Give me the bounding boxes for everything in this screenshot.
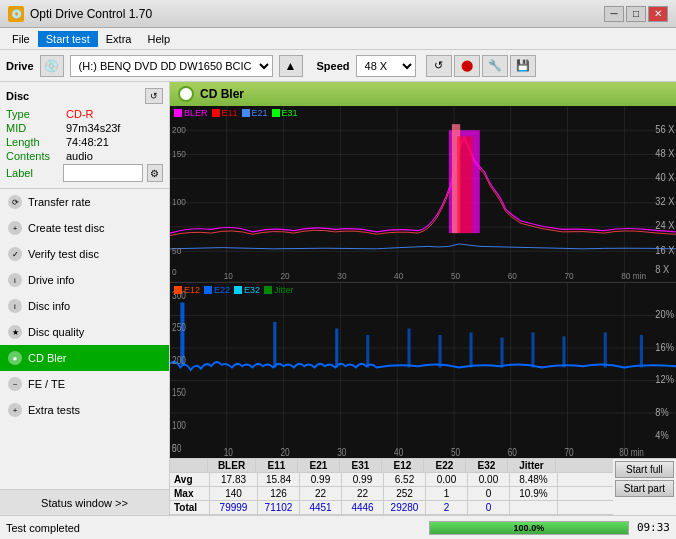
titlebar-left: 💿 Opti Drive Control 1.70 — [8, 6, 152, 22]
disc-label-edit-button[interactable]: ⚙ — [147, 164, 163, 182]
sidebar-item-create-test-disc[interactable]: + Create test disc — [0, 215, 169, 241]
nav-icon-extra: + — [8, 403, 22, 417]
right-panel: CD Bler BLER E11 E21 — [170, 82, 676, 515]
start-full-button[interactable]: Start full — [615, 461, 674, 478]
legend-label-e11: E11 — [222, 108, 238, 118]
progress-label: 100.0% — [514, 523, 545, 533]
legend-label-e22: E22 — [214, 285, 230, 295]
disc-length-label: Length — [6, 136, 66, 148]
legend-e22: E22 — [204, 285, 230, 295]
disc-type-label: Type — [6, 108, 66, 120]
svg-text:40: 40 — [394, 270, 403, 281]
stats-max-e21: 22 — [300, 487, 342, 500]
svg-text:40 X: 40 X — [655, 171, 674, 183]
svg-rect-55 — [408, 328, 411, 367]
disc-section-title: Disc — [6, 90, 29, 102]
close-button[interactable]: ✕ — [648, 6, 668, 22]
nav-icon-quality: ★ — [8, 325, 22, 339]
drive-select[interactable]: (H:) BENQ DVD DD DW1650 BCIC — [70, 55, 273, 77]
stats-max-bler: 140 — [210, 487, 258, 500]
menu-help[interactable]: Help — [139, 31, 178, 47]
left-panel: Disc ↺ Type CD-R MID 97m34s23f Length 74… — [0, 82, 170, 515]
svg-text:80 min: 80 min — [619, 445, 644, 457]
minimize-button[interactable]: ─ — [604, 6, 624, 22]
sidebar-item-verify-test-disc[interactable]: ✓ Verify test disc — [0, 241, 169, 267]
stats-total-label: Total — [170, 501, 210, 514]
menu-file[interactable]: File — [4, 31, 38, 47]
legend-dot-e11 — [212, 109, 220, 117]
status-text: Test completed — [6, 522, 421, 534]
svg-rect-59 — [531, 332, 534, 367]
menu-starttest[interactable]: Start test — [38, 31, 98, 47]
stats-header-e21: E21 — [298, 459, 340, 472]
maximize-button[interactable]: □ — [626, 6, 646, 22]
svg-rect-62 — [640, 335, 643, 368]
nav-label-transfer: Transfer rate — [28, 196, 91, 208]
stats-max-e22: 1 — [426, 487, 468, 500]
stats-header-bler: BLER — [208, 459, 256, 472]
disc-info: Disc ↺ Type CD-R MID 97m34s23f Length 74… — [0, 82, 169, 189]
stats-header-e31: E31 — [340, 459, 382, 472]
eject-button[interactable]: ▲ — [279, 55, 303, 77]
svg-text:60: 60 — [508, 445, 517, 457]
menu-extra[interactable]: Extra — [98, 31, 140, 47]
svg-text:200: 200 — [172, 353, 186, 365]
svg-text:32 X: 32 X — [655, 196, 674, 208]
chart-top-svg: 56 X 48 X 40 X 32 X 24 X 16 X 8 X 200 15… — [170, 106, 676, 282]
erase-button[interactable]: ⬤ — [454, 55, 480, 77]
disc-label-input[interactable] — [63, 164, 143, 182]
svg-rect-52 — [273, 322, 276, 368]
drivebar: Drive 💿 (H:) BENQ DVD DD DW1650 BCIC ▲ S… — [0, 50, 676, 82]
status-window-button[interactable]: Status window >> — [0, 489, 169, 515]
stats-total-e12: 29280 — [384, 501, 426, 514]
start-buttons: Start full Start part — [613, 459, 676, 515]
svg-rect-58 — [500, 337, 503, 367]
disc-refresh-button[interactable]: ↺ — [145, 88, 163, 104]
svg-rect-0 — [170, 106, 676, 282]
sidebar-item-drive-info[interactable]: i Drive info — [0, 267, 169, 293]
sidebar-item-transfer-rate[interactable]: ⟳ Transfer rate — [0, 189, 169, 215]
svg-text:250: 250 — [172, 321, 186, 333]
svg-text:12%: 12% — [655, 372, 674, 385]
svg-text:150: 150 — [172, 386, 186, 398]
sidebar-item-disc-quality[interactable]: ★ Disc quality — [0, 319, 169, 345]
chart-bottom-svg: 20% 16% 12% 8% 4% 300 250 200 150 100 50… — [170, 283, 676, 459]
legend-e11: E11 — [212, 108, 238, 118]
chart-legend-top: BLER E11 E21 E31 — [174, 108, 298, 118]
legend-e12: E12 — [174, 285, 200, 295]
svg-text:20%: 20% — [655, 307, 674, 320]
save-button[interactable]: 💾 — [510, 55, 536, 77]
drive-icon-btn[interactable]: 💿 — [40, 55, 64, 77]
speed-select[interactable]: 48 X — [356, 55, 416, 77]
svg-text:20: 20 — [280, 445, 289, 457]
nav-label-fete: FE / TE — [28, 378, 65, 390]
svg-text:150: 150 — [172, 148, 186, 159]
stats-total-e21: 4451 — [300, 501, 342, 514]
stats-header-e32: E32 — [466, 459, 508, 472]
svg-text:0: 0 — [172, 442, 177, 454]
svg-rect-37 — [457, 136, 472, 233]
nav-label-quality: Disc quality — [28, 326, 84, 338]
svg-rect-54 — [366, 335, 369, 368]
sidebar-item-extra-tests[interactable]: + Extra tests — [0, 397, 169, 423]
statusbar: Test completed 100.0% 09:33 — [0, 515, 676, 539]
stats-avg-jitter: 8.48% — [510, 473, 558, 486]
stats-header-e11: E11 — [256, 459, 298, 472]
nav-icon-disc: i — [8, 299, 22, 313]
svg-text:8 X: 8 X — [655, 263, 669, 275]
legend-dot-e12 — [174, 286, 182, 294]
start-part-button[interactable]: Start part — [615, 480, 674, 497]
stats-max-e11: 126 — [258, 487, 300, 500]
stats-avg-e12: 6.52 — [384, 473, 426, 486]
disc-header: Disc ↺ — [6, 88, 163, 104]
sidebar-item-fe-te[interactable]: ~ FE / TE — [0, 371, 169, 397]
legend-dot-e21 — [242, 109, 250, 117]
tools-button[interactable]: 🔧 — [482, 55, 508, 77]
nav-label-create: Create test disc — [28, 222, 104, 234]
sidebar-item-cd-bler[interactable]: ● CD Bler — [0, 345, 169, 371]
progress-bar-container: 100.0% — [429, 521, 629, 535]
sidebar-item-disc-info[interactable]: i Disc info — [0, 293, 169, 319]
disc-type-value: CD-R — [66, 108, 94, 120]
refresh-button[interactable]: ↺ — [426, 55, 452, 77]
svg-text:60: 60 — [508, 270, 517, 281]
